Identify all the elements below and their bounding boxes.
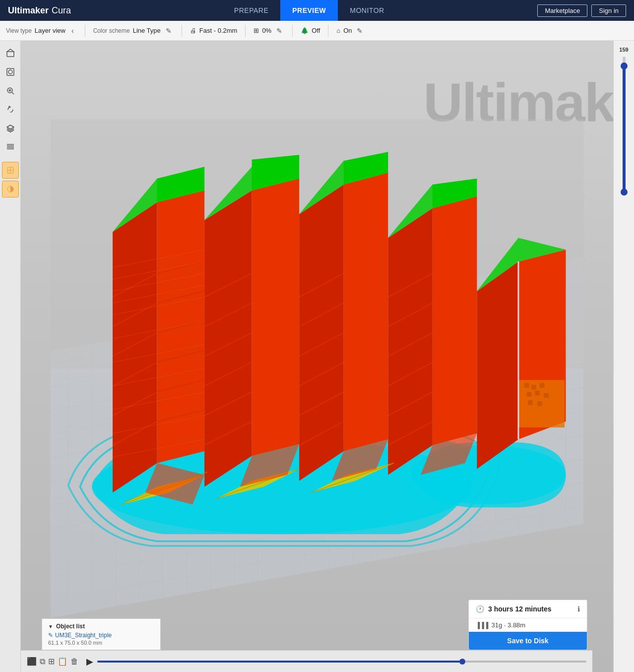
svg-rect-77	[537, 402, 542, 406]
svg-marker-57	[433, 197, 477, 445]
toolbar: View type Layer view ‹ Color scheme Line…	[0, 21, 634, 41]
cube-icon[interactable]: ⬛	[27, 657, 37, 666]
layer-progress-thumb[interactable]	[459, 659, 465, 665]
svg-rect-75	[544, 393, 549, 398]
scene-container	[21, 41, 613, 672]
svg-marker-36	[204, 191, 252, 487]
sep-3	[245, 25, 246, 37]
svg-rect-0	[7, 52, 14, 57]
sep-4	[292, 25, 293, 37]
svg-marker-66	[477, 262, 518, 469]
duplicate-icon[interactable]: ⧉	[40, 657, 45, 666]
copy-icon[interactable]: 📋	[58, 657, 67, 666]
3d-scene-svg	[21, 41, 613, 672]
sidebar-icon-perspective[interactable]	[2, 162, 19, 179]
header-actions: Marketplace Sign in	[537, 4, 626, 17]
tab-preview[interactable]: PREVIEW	[280, 0, 338, 21]
sidebar-icon-shaded[interactable]	[2, 181, 19, 198]
infill-icon: ⊞	[254, 27, 259, 34]
infill-group: ⊞ 0% ✎	[254, 26, 284, 36]
layer-slider-track[interactable]	[623, 57, 626, 196]
adhesion-edit-icon[interactable]: ✎	[355, 26, 365, 36]
tab-monitor[interactable]: MONITOR	[338, 0, 396, 21]
layer-progress-fill	[97, 661, 464, 663]
sidebar-icon-zoom-fit[interactable]	[2, 64, 19, 80]
print-time: 🕐 3 hours 12 minutes	[476, 605, 552, 613]
logo: Ultimaker Cura	[8, 5, 71, 16]
view-type-value: Layer view	[35, 27, 65, 34]
svg-rect-72	[540, 383, 545, 388]
infill-value: 0%	[262, 27, 271, 34]
svg-rect-76	[528, 400, 533, 405]
object-controls: ⬛ ⧉ ⊞ 📋 🗑	[27, 657, 78, 666]
sep-1	[85, 25, 85, 37]
svg-rect-73	[527, 392, 532, 397]
adhesion-icon: ⌂	[336, 27, 340, 34]
svg-rect-71	[531, 385, 536, 390]
object-dimensions: 61.1 x 75.0 x 50.0 mm	[48, 640, 154, 646]
layer-slider-thumb-bottom[interactable]	[621, 189, 628, 196]
adhesion-value: On	[343, 27, 352, 34]
header: Ultimaker Cura PREPARE PREVIEW MONITOR M…	[0, 0, 634, 21]
color-scheme-edit-icon[interactable]: ✎	[164, 26, 174, 36]
sep-2	[182, 25, 182, 37]
view-type-chevron[interactable]: ‹	[68, 26, 77, 36]
logo-ultimaker: Ultimaker	[8, 5, 49, 16]
view-type-group: View type Layer view ‹	[6, 26, 77, 36]
signin-button[interactable]: Sign in	[591, 4, 626, 17]
view-type-label: View type	[6, 27, 32, 34]
layer-slider-panel: 159	[613, 41, 634, 672]
playback-controls: ▶	[86, 656, 586, 667]
material-icon: ▐▐▐	[476, 622, 489, 629]
layer-slider-thumb-top[interactable]	[621, 63, 628, 69]
infill-edit-icon[interactable]: ✎	[274, 26, 284, 36]
adhesion-group: ⌂ On ✎	[336, 26, 365, 36]
play-button[interactable]: ▶	[86, 656, 93, 667]
nav-tabs: PREPARE PREVIEW MONITOR	[96, 0, 522, 21]
info-icon[interactable]: ℹ	[577, 605, 580, 613]
support-value: Off	[312, 27, 320, 34]
object-list-panel: ▼ Object list ✎ UM3E_Straight_triple 61.…	[42, 618, 161, 650]
save-to-disk-button[interactable]: Save to Disk	[469, 632, 587, 650]
clock-icon: 🕐	[476, 605, 484, 613]
svg-marker-37	[252, 179, 300, 456]
svg-rect-70	[524, 383, 529, 388]
delete-icon[interactable]: 🗑	[70, 657, 78, 666]
left-sidebar	[0, 41, 21, 672]
bottom-bar: ⬛ ⧉ ⊞ 📋 🗑 ▶	[21, 650, 592, 672]
support-group: 🌲 Off	[301, 27, 320, 34]
svg-rect-74	[535, 391, 540, 396]
sidebar-icon-rotate[interactable]	[2, 101, 19, 118]
layer-number: 159	[619, 47, 628, 53]
info-header: 🕐 3 hours 12 minutes ℹ	[469, 600, 587, 618]
pencil-icon: ✎	[48, 632, 53, 639]
3d-viewport[interactable]: Ultimake	[21, 41, 613, 672]
svg-marker-46	[299, 185, 344, 481]
layer-progress-track[interactable]	[97, 661, 586, 663]
tab-prepare[interactable]: PREPARE	[222, 0, 280, 21]
info-panel: 🕐 3 hours 12 minutes ℹ ▐▐▐ 31g · 3.88m S…	[468, 600, 587, 650]
svg-line-4	[12, 92, 14, 94]
object-name: ✎ UM3E_Straight_triple	[48, 632, 154, 639]
material-details: ▐▐▐ 31g · 3.88m	[469, 618, 587, 632]
sidebar-icon-grid[interactable]	[2, 139, 19, 156]
svg-point-2	[8, 70, 12, 74]
profile-value: Fast - 0.2mm	[199, 27, 238, 34]
color-scheme-value: Line Type	[133, 27, 161, 34]
sidebar-icon-home[interactable]	[2, 45, 19, 62]
svg-marker-20	[113, 202, 157, 493]
layer-slider-fill	[623, 63, 626, 192]
sidebar-icon-zoom-select[interactable]	[2, 82, 19, 99]
viewport-wrapper: Ultimake	[0, 41, 634, 672]
object-list-title: ▼ Object list	[48, 623, 154, 630]
color-scheme-group: Color scheme Line Type ✎	[93, 26, 174, 36]
support-icon: 🌲	[301, 27, 309, 34]
svg-marker-56	[388, 208, 433, 475]
marketplace-button[interactable]: Marketplace	[537, 4, 587, 17]
svg-marker-47	[344, 173, 388, 451]
profile-group: 🖨 Fast - 0.2mm	[190, 27, 238, 34]
sidebar-icon-layers[interactable]	[2, 120, 19, 137]
logo-cura: Cura	[52, 5, 71, 16]
chevron-down-icon: ▼	[48, 624, 53, 629]
arrange-icon[interactable]: ⊞	[48, 657, 55, 666]
